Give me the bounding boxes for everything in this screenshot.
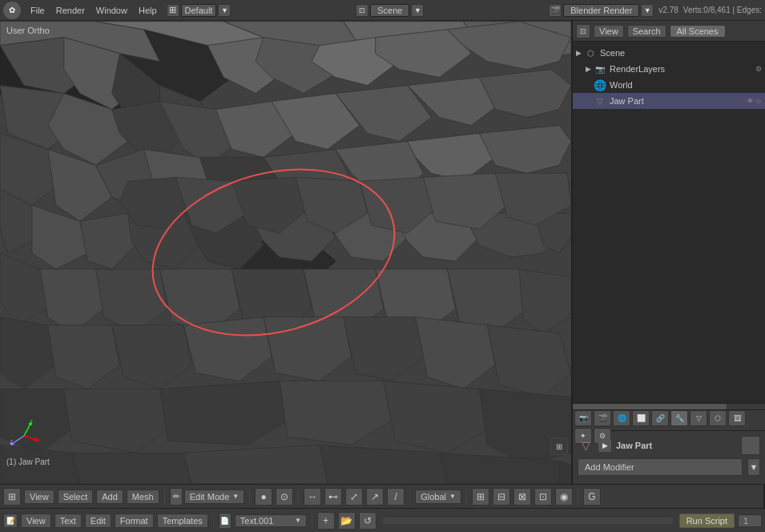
tree-item-renderlayers[interactable]: ▶ 📷 RenderLayers ⚙ <box>573 61 765 77</box>
scene-icon[interactable]: ⊡ <box>356 4 368 17</box>
renderlayers-arrow: ▶ <box>586 65 594 73</box>
viewport-header-icon[interactable]: ⊞ <box>3 488 21 506</box>
jaw-label: Jaw Part <box>610 96 747 106</box>
jaw-icon: ▽ <box>594 95 606 107</box>
blender-logo[interactable]: ✿ <box>3 2 21 19</box>
jaw-cursor-icon[interactable]: ⊹ <box>755 97 762 105</box>
text-editor-hscrollbar[interactable] <box>383 518 673 524</box>
add-menu-btn[interactable]: Add <box>96 490 123 504</box>
snap-icon[interactable]: ⊙ <box>276 488 293 506</box>
menu-file[interactable]: File <box>26 4 50 17</box>
bottom-text-btn[interactable]: Text <box>54 514 82 528</box>
add-modifier-row: Add Modifier ▼ <box>578 458 760 476</box>
menu-render[interactable]: Render <box>51 4 90 17</box>
text-new-icon[interactable]: + <box>317 512 335 530</box>
props-tab-render[interactable]: 📷 <box>574 410 592 426</box>
props-tab-texture[interactable]: 🖼 <box>728 410 746 426</box>
proportional-icon[interactable]: ⊷ <box>324 488 342 506</box>
mode-icon[interactable]: ✏ <box>170 488 183 506</box>
pivot-icon[interactable]: ● <box>255 488 272 506</box>
view-menu-btn[interactable]: View <box>24 490 54 504</box>
render-engine-expand-icon[interactable]: ▼ <box>641 4 654 17</box>
svg-line-87 <box>24 424 30 436</box>
scene-expand-icon[interactable]: ▼ <box>411 4 424 17</box>
text-file-selector[interactable]: Text.001 ▼ <box>235 514 307 527</box>
global-selector[interactable]: Global ▼ <box>415 490 461 504</box>
add-modifier-dropdown[interactable]: ▼ <box>747 458 760 476</box>
layer-icon-5[interactable]: ◉ <box>555 488 573 506</box>
jaw-eye-icon[interactable]: 👁 <box>747 97 754 105</box>
world-label: World <box>610 80 762 90</box>
view-button[interactable]: View <box>594 25 624 38</box>
bottom-format-btn[interactable]: Format <box>115 514 154 528</box>
run-script-button[interactable]: Run Script <box>679 514 735 528</box>
proportional3-icon[interactable]: ↗ <box>366 488 384 506</box>
object-context-icon: ▽ <box>578 437 594 453</box>
tree-item-jaw[interactable]: ▽ Jaw Part 👁 ⊹ <box>573 93 765 109</box>
context-expand-icon[interactable]: ▶ <box>598 439 611 452</box>
bottom-divider-2 <box>312 513 312 529</box>
renderlayers-icon: 📷 <box>594 62 606 75</box>
svg-marker-78 <box>559 461 571 483</box>
text-file-arrow: ▼ <box>295 517 301 524</box>
bottom-edit-btn[interactable]: Edit <box>85 514 111 528</box>
add-modifier-button[interactable]: Add Modifier <box>578 458 743 476</box>
layer-icon-4[interactable]: ⊡ <box>534 488 552 506</box>
text-file-label: Text.001 <box>240 516 274 526</box>
viewport-right-scroll <box>754 488 760 506</box>
outliner-icon[interactable]: ⊡ <box>576 24 590 38</box>
props-tab-object[interactable]: ⬜ <box>632 410 650 426</box>
object-context-row: ▽ ▶ Jaw Part <box>578 436 760 455</box>
text-open-icon[interactable]: 📂 <box>338 512 356 530</box>
props-tab-world[interactable]: 🌐 <box>613 410 630 426</box>
props-tab-scene[interactable]: 🎬 <box>594 410 611 426</box>
object-label: (1) Jaw Part <box>6 457 50 466</box>
select-menu-btn[interactable]: Select <box>58 490 94 504</box>
edit-mode-selector[interactable]: Edit Mode ▼ <box>184 490 244 504</box>
outliner-scrollbar[interactable] <box>573 403 765 409</box>
tree-item-world[interactable]: 🌐 World <box>573 77 765 93</box>
axis-indicator: X Y Z <box>8 420 40 452</box>
svg-line-88 <box>12 436 24 444</box>
props-tab-material[interactable]: ⬡ <box>709 410 727 426</box>
text-editor-icon[interactable]: 📝 <box>3 514 18 528</box>
render-engine-selector[interactable]: Blender Render <box>563 4 639 17</box>
orient-icon[interactable]: G <box>583 488 601 506</box>
layer-icon-2[interactable]: ⊟ <box>493 488 510 506</box>
properties-tabs: 📷 🎬 🌐 ⬜ 🔗 🔧 ▽ ⬡ 🖼 ✦ ⚙ <box>573 410 765 431</box>
menu-help[interactable]: Help <box>134 4 162 17</box>
viewport-display-mode[interactable]: ⊞ <box>550 437 568 455</box>
tree-item-scene[interactable]: ▶ ⬡ Scene <box>573 45 765 61</box>
mode-selector[interactable]: Default <box>181 4 217 17</box>
mirror-icon[interactable]: / <box>387 488 405 506</box>
bottom-templates-btn[interactable]: Templates <box>157 514 208 528</box>
layer-icon-3[interactable]: ⊠ <box>513 488 531 506</box>
3d-viewport[interactable]: User Ortho <box>0 21 573 484</box>
viewport-overlay-controls: ⊞ <box>550 437 568 455</box>
svg-line-86 <box>24 436 36 440</box>
screen-layout-icon[interactable]: ⊞ <box>167 4 179 17</box>
bottom-view-btn[interactable]: View <box>21 514 51 528</box>
svg-marker-74 <box>72 453 192 483</box>
scene-selector[interactable]: Scene <box>370 4 409 17</box>
text-file-icon[interactable]: 📄 <box>219 513 232 529</box>
search-button[interactable]: Search <box>627 25 666 38</box>
manipulator-icon[interactable]: ↔ <box>304 488 321 506</box>
global-label: Global <box>421 492 446 502</box>
menu-window[interactable]: Window <box>91 4 132 17</box>
world-icon: 🌐 <box>594 79 606 91</box>
renderlayers-settings-icon[interactable]: ⚙ <box>755 65 762 73</box>
text-reload-icon[interactable]: ↺ <box>359 512 376 530</box>
all-scenes-button[interactable]: All Scenes <box>670 25 726 38</box>
layer-icon-1[interactable]: ⊞ <box>472 488 489 506</box>
props-tab-data[interactable]: ▽ <box>690 410 707 426</box>
props-tab-constraints[interactable]: 🔗 <box>651 410 669 426</box>
top-menubar: ✿ File Render Window Help ⊞ Default ▼ ⊡ … <box>0 0 765 21</box>
mesh-menu-btn[interactable]: Mesh <box>127 490 159 504</box>
render-engine-icon[interactable]: 🎬 <box>549 4 562 17</box>
props-tab-modifier[interactable]: 🔧 <box>670 410 688 426</box>
toolbar-divider-6 <box>578 489 578 505</box>
mode-expand-icon[interactable]: ▼ <box>218 4 231 17</box>
version-label: v2.78 <box>655 6 681 14</box>
proportional2-icon[interactable]: ⤢ <box>345 488 363 506</box>
